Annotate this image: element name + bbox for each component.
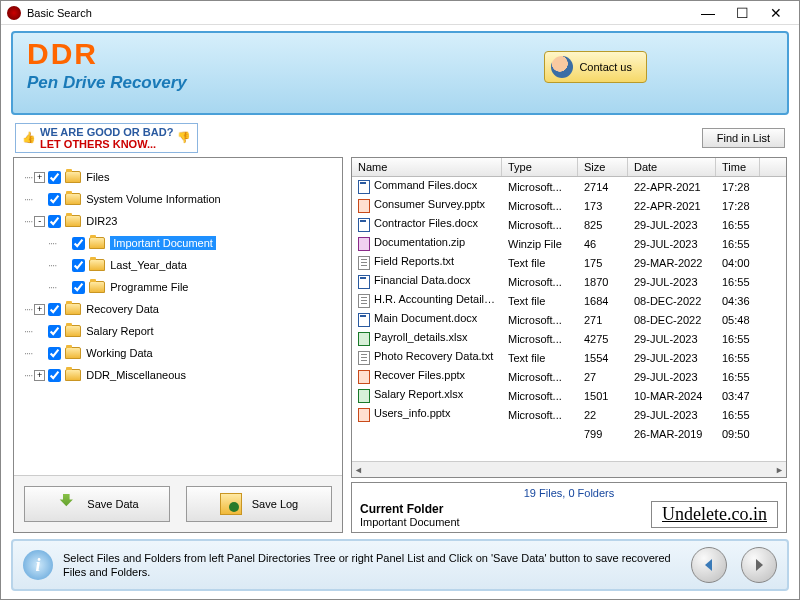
tree-checkbox[interactable] [48, 193, 61, 206]
nav-forward-button[interactable] [741, 547, 777, 583]
file-row[interactable]: Users_info.pptxMicrosoft...2229-JUL-2023… [352, 405, 786, 424]
tree-label: DDR_Miscellaneous [86, 369, 186, 381]
tree-item[interactable]: ····-DIR23 [18, 210, 338, 232]
file-row[interactable]: Command Files.docxMicrosoft...271422-APR… [352, 177, 786, 196]
expand-toggle[interactable]: + [34, 370, 45, 381]
tree-item[interactable]: ····Working Data [18, 342, 338, 364]
footer-message: Select Files and Folders from left Panel… [63, 551, 677, 580]
tree-checkbox[interactable] [72, 259, 85, 272]
tree-label: Last_Year_data [110, 259, 187, 271]
col-type[interactable]: Type [502, 158, 578, 176]
tree-checkbox[interactable] [48, 347, 61, 360]
tree-item[interactable]: ····Important Document [18, 232, 338, 254]
file-icon [358, 199, 370, 213]
tree-checkbox[interactable] [72, 281, 85, 294]
file-row[interactable]: 79926-MAR-201909:50 [352, 424, 786, 443]
save-log-button[interactable]: Save Log [186, 486, 332, 522]
tree-item[interactable]: ····+Recovery Data [18, 298, 338, 320]
folder-icon [65, 171, 81, 183]
main-area: ····+Files····System Volume Information·… [1, 157, 799, 533]
brand-subtitle: Pen Drive Recovery [27, 73, 773, 93]
tree-item[interactable]: ····+Files [18, 166, 338, 188]
file-row[interactable]: Salary Report.xlsxMicrosoft...150110-MAR… [352, 386, 786, 405]
footer: i Select Files and Folders from left Pan… [11, 539, 789, 591]
file-row[interactable]: Main Document.docxMicrosoft...27108-DEC-… [352, 310, 786, 329]
tree-label: DIR23 [86, 215, 117, 227]
file-icon [358, 218, 370, 232]
tree-item[interactable]: ····System Volume Information [18, 188, 338, 210]
file-icon [358, 294, 370, 308]
find-in-list-button[interactable]: Find in List [702, 128, 785, 148]
list-header: Name Type Size Date Time [352, 158, 786, 177]
tree-label: Important Document [110, 236, 216, 250]
tree-checkbox[interactable] [48, 303, 61, 316]
minimize-button[interactable]: — [691, 3, 725, 23]
file-icon [358, 313, 370, 327]
action-buttons: Save Data Save Log [14, 475, 342, 532]
file-icon [358, 370, 370, 384]
file-row[interactable]: Consumer Survey.pptxMicrosoft...17322-AP… [352, 196, 786, 215]
save-data-button[interactable]: Save Data [24, 486, 170, 522]
tree-panel: ····+Files····System Volume Information·… [13, 157, 343, 533]
file-row[interactable]: Financial Data.docxMicrosoft...187029-JU… [352, 272, 786, 291]
tree-item[interactable]: ····Last_Year_data [18, 254, 338, 276]
contact-label: Contact us [579, 61, 632, 73]
folder-icon [89, 259, 105, 271]
contact-avatar-icon [551, 56, 573, 78]
folder-icon [65, 369, 81, 381]
tree-checkbox[interactable] [72, 237, 85, 250]
col-size[interactable]: Size [578, 158, 628, 176]
col-date[interactable]: Date [628, 158, 716, 176]
file-row[interactable]: H.R. Accounting Details.txtText file1684… [352, 291, 786, 310]
tree-checkbox[interactable] [48, 325, 61, 338]
file-icon [358, 351, 370, 365]
expand-toggle[interactable]: + [34, 172, 45, 183]
col-time[interactable]: Time [716, 158, 760, 176]
file-icon [358, 275, 370, 289]
file-icon [358, 389, 370, 403]
horizontal-scrollbar[interactable]: ◄► [352, 461, 786, 477]
file-row[interactable]: Field Reports.txtText file17529-MAR-2022… [352, 253, 786, 272]
tree-checkbox[interactable] [48, 369, 61, 382]
file-list[interactable]: Command Files.docxMicrosoft...271422-APR… [352, 177, 786, 461]
tree-checkbox[interactable] [48, 171, 61, 184]
close-button[interactable]: ✕ [759, 3, 793, 23]
tree-label: Working Data [86, 347, 152, 359]
current-folder-value: Important Document [360, 516, 460, 528]
folder-icon [89, 237, 105, 249]
file-row[interactable]: Photo Recovery Data.txtText file155429-J… [352, 348, 786, 367]
tree-item[interactable]: ····+DDR_Miscellaneous [18, 364, 338, 386]
file-icon [358, 256, 370, 270]
file-icon [358, 332, 370, 346]
app-header: DDR Pen Drive Recovery Contact us [11, 31, 789, 115]
app-logo-icon [7, 6, 21, 20]
tree-checkbox[interactable] [48, 215, 61, 228]
thumbs-down-icon: 👎 [177, 131, 191, 145]
maximize-button[interactable]: ☐ [725, 3, 759, 23]
file-row[interactable]: Contractor Files.docxMicrosoft...82529-J… [352, 215, 786, 234]
log-icon [220, 493, 242, 515]
right-panel: Name Type Size Date Time Command Files.d… [351, 157, 787, 533]
expand-toggle[interactable]: - [34, 216, 45, 227]
folder-icon [65, 193, 81, 205]
directory-tree[interactable]: ····+Files····System Volume Information·… [14, 158, 342, 475]
toolbar: 👍 WE ARE GOOD OR BAD? LET OTHERS KNOW...… [1, 115, 799, 157]
feedback-banner[interactable]: 👍 WE ARE GOOD OR BAD? LET OTHERS KNOW...… [15, 123, 198, 153]
expand-toggle[interactable]: + [34, 304, 45, 315]
col-name[interactable]: Name [352, 158, 502, 176]
tree-label: Programme File [110, 281, 188, 293]
status-panel: 19 Files, 0 Folders Current Folder Impor… [351, 482, 787, 533]
file-row[interactable]: Recover Files.pptxMicrosoft...2729-JUL-2… [352, 367, 786, 386]
file-row[interactable]: Documentation.zipWinzip File4629-JUL-202… [352, 234, 786, 253]
tree-label: Salary Report [86, 325, 153, 337]
contact-us-button[interactable]: Contact us [544, 51, 647, 83]
file-counts: 19 Files, 0 Folders [360, 487, 778, 499]
tree-item[interactable]: ····Programme File [18, 276, 338, 298]
window-title: Basic Search [27, 7, 691, 19]
file-row[interactable]: Payroll_details.xlsxMicrosoft...427529-J… [352, 329, 786, 348]
file-icon [358, 237, 370, 251]
nav-back-button[interactable] [691, 547, 727, 583]
tree-item[interactable]: ····Salary Report [18, 320, 338, 342]
folder-icon [65, 215, 81, 227]
thumbs-up-icon: 👍 [22, 131, 36, 145]
